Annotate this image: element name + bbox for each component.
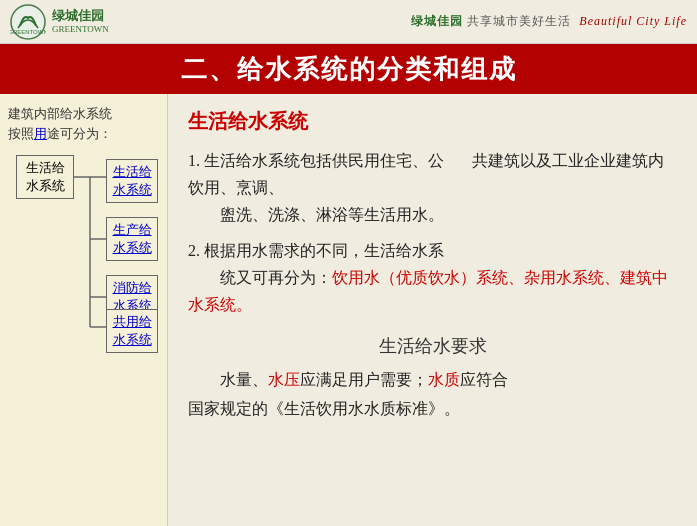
list-num-1: 1.	[188, 152, 200, 169]
english-tagline: Beautiful City Life	[579, 14, 687, 28]
svg-text:GREENTOWN: GREENTOWN	[10, 29, 46, 35]
tagline-text: 共享城市美好生活	[467, 14, 571, 28]
subsection: 生活给水要求 水量、水压应满足用户需要；水质应符合国家规定的《生活饮用水水质标准…	[188, 334, 677, 424]
sidebar: 建筑内部给水系统 按照用途可分为： 生活给水系统	[0, 94, 168, 526]
shuizhi-highlight: 水质	[428, 371, 460, 388]
logo-sub: GREENTOWN	[52, 24, 109, 35]
list-item-1: 1. 生活给水系统包括供民用住宅、公共建筑以及工业企业建筑内饮用、烹调、 盥洗、…	[188, 147, 677, 229]
sidebar-label-part2: 按照	[8, 126, 34, 141]
header-tagline: 绿城佳园 共享城市美好生活 Beautiful City Life	[411, 13, 687, 30]
logo: GREENTOWN 绿城佳园 GREENTOWN	[10, 4, 109, 40]
list-num-2: 2.	[188, 242, 200, 259]
tree-node-shengchan[interactable]: 生产给水系统	[106, 217, 158, 261]
tree-diagram: 生活给水系统 生活给水系统 生产给水系统 消防给水系统 共用给水系统	[12, 151, 160, 371]
main-content: 建筑内部给水系统 按照用途可分为： 生活给水系统	[0, 94, 697, 526]
sidebar-label-part1: 建筑内部给水系统	[8, 106, 112, 121]
logo-icon: GREENTOWN	[10, 4, 46, 40]
page-title: 二、给水系统的分类和组成	[181, 52, 517, 87]
shuiya-highlight: 水压	[268, 371, 300, 388]
brand-name: 绿城佳园	[411, 14, 463, 28]
list-item-2: 2. 根据用水需求的不同，生活给水系 统又可再分为：饮用水（优质饮水）系统、杂用…	[188, 237, 677, 319]
subsection-text: 水量、水压应满足用户需要；水质应符合国家规定的《生活饮用水水质标准》。	[188, 366, 677, 424]
highlight-text: 饮用水（优质饮水）系统、杂用水系统、建筑中水系统。	[188, 269, 668, 313]
title-bar: 二、给水系统的分类和组成	[0, 44, 697, 94]
content-area: 生活给水系统 1. 生活给水系统包括供民用住宅、公共建筑以及工业企业建筑内饮用、…	[168, 94, 697, 526]
sidebar-label-part3: 途可分为：	[47, 126, 112, 141]
header: GREENTOWN 绿城佳园 GREENTOWN 绿城佳园 共享城市美好生活 B…	[0, 0, 697, 44]
tree-node-gongyong[interactable]: 共用给水系统	[106, 309, 158, 353]
sidebar-label-link: 用	[34, 126, 47, 141]
section-title: 生活给水系统	[188, 108, 677, 135]
subsection-title: 生活给水要求	[188, 334, 677, 358]
sidebar-label: 建筑内部给水系统 按照用途可分为：	[8, 104, 159, 143]
content-list: 1. 生活给水系统包括供民用住宅、公共建筑以及工业企业建筑内饮用、烹调、 盥洗、…	[188, 147, 677, 318]
tree-node-shenghuo[interactable]: 生活给水系统	[106, 159, 158, 203]
tree-root-node: 生活给水系统	[16, 155, 74, 199]
logo-brand: 绿城佳园	[52, 8, 109, 24]
